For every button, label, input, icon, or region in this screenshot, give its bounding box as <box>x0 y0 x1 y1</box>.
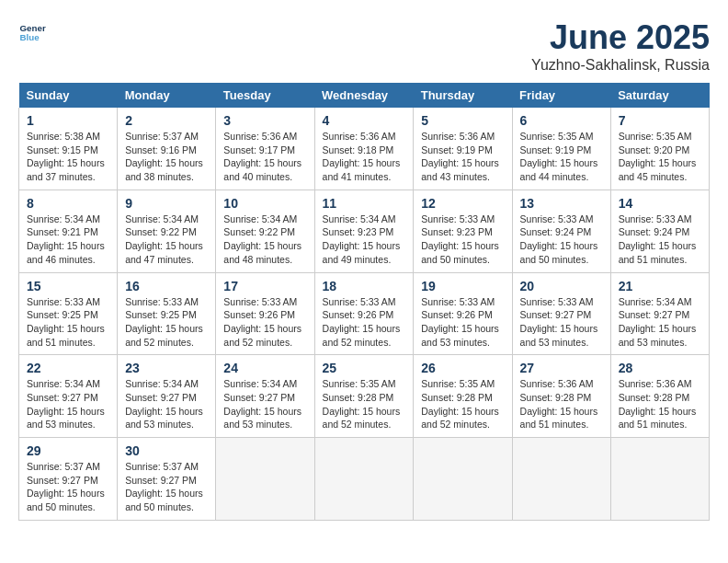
header-sunday: Sunday <box>19 83 118 108</box>
header-monday: Monday <box>118 83 216 108</box>
day-number: 26 <box>421 361 504 375</box>
calendar-table: Sunday Monday Tuesday Wednesday Thursday… <box>18 83 710 521</box>
header-thursday: Thursday <box>414 83 512 108</box>
day-number: 22 <box>27 361 109 375</box>
calendar-cell: 30 Sunrise: 5:37 AMSunset: 9:27 PMDaylig… <box>118 438 216 521</box>
day-number: 17 <box>223 279 306 293</box>
calendar-title: June 2025 <box>531 18 710 57</box>
week-row-2: 8 Sunrise: 5:34 AMSunset: 9:21 PMDayligh… <box>19 190 710 272</box>
day-info: Sunrise: 5:33 AMSunset: 9:24 PMDaylight:… <box>520 213 598 265</box>
calendar-cell: 5 Sunrise: 5:36 AMSunset: 9:19 PMDayligh… <box>414 108 512 190</box>
day-info: Sunrise: 5:37 AMSunset: 9:27 PMDaylight:… <box>27 461 105 512</box>
day-info: Sunrise: 5:34 AMSunset: 9:22 PMDaylight:… <box>223 213 301 265</box>
calendar-cell: 10 Sunrise: 5:34 AMSunset: 9:22 PMDaylig… <box>216 190 314 272</box>
week-row-5: 29 Sunrise: 5:37 AMSunset: 9:27 PMDaylig… <box>19 438 710 521</box>
calendar-cell: 12 Sunrise: 5:33 AMSunset: 9:23 PMDaylig… <box>414 190 512 272</box>
calendar-cell <box>610 438 709 521</box>
title-section: June 2025 Yuzhno-Sakhalinsk, Russia <box>531 18 710 74</box>
day-info: Sunrise: 5:33 AMSunset: 9:23 PMDaylight:… <box>421 213 499 265</box>
day-info: Sunrise: 5:33 AMSunset: 9:25 PMDaylight:… <box>125 296 203 348</box>
day-number: 2 <box>125 113 208 128</box>
week-row-3: 15 Sunrise: 5:33 AMSunset: 9:25 PMDaylig… <box>19 272 710 355</box>
day-info: Sunrise: 5:36 AMSunset: 9:18 PMDaylight:… <box>323 131 401 182</box>
calendar-cell: 19 Sunrise: 5:33 AMSunset: 9:26 PMDaylig… <box>414 272 512 355</box>
day-info: Sunrise: 5:34 AMSunset: 9:22 PMDaylight:… <box>125 213 203 265</box>
day-number: 14 <box>619 196 701 211</box>
calendar-cell <box>216 438 314 521</box>
day-number: 29 <box>27 443 109 458</box>
day-info: Sunrise: 5:33 AMSunset: 9:24 PMDaylight:… <box>619 213 697 265</box>
day-number: 20 <box>520 279 603 293</box>
calendar-cell: 28 Sunrise: 5:36 AMSunset: 9:28 PMDaylig… <box>610 355 709 438</box>
calendar-cell: 8 Sunrise: 5:34 AMSunset: 9:21 PMDayligh… <box>19 190 118 272</box>
calendar-cell: 25 Sunrise: 5:35 AMSunset: 9:28 PMDaylig… <box>314 355 414 438</box>
day-info: Sunrise: 5:33 AMSunset: 9:25 PMDaylight:… <box>27 296 105 348</box>
calendar-cell <box>512 438 610 521</box>
day-info: Sunrise: 5:36 AMSunset: 9:17 PMDaylight:… <box>223 131 301 182</box>
day-number: 11 <box>323 196 406 211</box>
day-info: Sunrise: 5:34 AMSunset: 9:27 PMDaylight:… <box>125 378 203 430</box>
calendar-cell: 14 Sunrise: 5:33 AMSunset: 9:24 PMDaylig… <box>610 190 709 272</box>
calendar-cell <box>414 438 512 521</box>
header-saturday: Saturday <box>610 83 709 108</box>
calendar-cell: 27 Sunrise: 5:36 AMSunset: 9:28 PMDaylig… <box>512 355 610 438</box>
day-number: 23 <box>125 361 208 375</box>
logo: General Blue <box>18 18 46 46</box>
svg-text:General: General <box>20 23 47 33</box>
day-number: 6 <box>520 113 603 128</box>
day-info: Sunrise: 5:34 AMSunset: 9:23 PMDaylight:… <box>323 213 401 265</box>
calendar-subtitle: Yuzhno-Sakhalinsk, Russia <box>531 57 710 74</box>
day-number: 28 <box>619 361 701 375</box>
day-info: Sunrise: 5:33 AMSunset: 9:26 PMDaylight:… <box>223 296 301 348</box>
day-info: Sunrise: 5:34 AMSunset: 9:27 PMDaylight:… <box>223 378 301 430</box>
day-number: 7 <box>619 113 701 128</box>
calendar-cell: 1 Sunrise: 5:38 AMSunset: 9:15 PMDayligh… <box>19 108 118 190</box>
day-number: 21 <box>619 279 701 293</box>
day-number: 3 <box>223 113 306 128</box>
day-info: Sunrise: 5:37 AMSunset: 9:16 PMDaylight:… <box>125 131 203 182</box>
week-row-4: 22 Sunrise: 5:34 AMSunset: 9:27 PMDaylig… <box>19 355 710 438</box>
calendar-cell: 6 Sunrise: 5:35 AMSunset: 9:19 PMDayligh… <box>512 108 610 190</box>
page-header: General Blue June 2025 Yuzhno-Sakhalinsk… <box>18 18 710 74</box>
day-number: 1 <box>27 113 109 128</box>
calendar-cell: 22 Sunrise: 5:34 AMSunset: 9:27 PMDaylig… <box>19 355 118 438</box>
calendar-cell: 11 Sunrise: 5:34 AMSunset: 9:23 PMDaylig… <box>314 190 414 272</box>
header-wednesday: Wednesday <box>314 83 414 108</box>
day-number: 5 <box>421 113 504 128</box>
day-number: 25 <box>323 361 406 375</box>
calendar-cell <box>314 438 414 521</box>
logo-icon: General Blue <box>18 18 46 46</box>
day-number: 19 <box>421 279 504 293</box>
day-number: 15 <box>27 279 109 293</box>
day-info: Sunrise: 5:36 AMSunset: 9:19 PMDaylight:… <box>421 131 499 182</box>
calendar-cell: 18 Sunrise: 5:33 AMSunset: 9:26 PMDaylig… <box>314 272 414 355</box>
calendar-cell: 2 Sunrise: 5:37 AMSunset: 9:16 PMDayligh… <box>118 108 216 190</box>
day-number: 13 <box>520 196 603 211</box>
day-info: Sunrise: 5:36 AMSunset: 9:28 PMDaylight:… <box>520 378 598 430</box>
day-info: Sunrise: 5:37 AMSunset: 9:27 PMDaylight:… <box>125 461 203 512</box>
day-number: 24 <box>223 361 306 375</box>
calendar-cell: 26 Sunrise: 5:35 AMSunset: 9:28 PMDaylig… <box>414 355 512 438</box>
day-info: Sunrise: 5:34 AMSunset: 9:21 PMDaylight:… <box>27 213 105 265</box>
day-info: Sunrise: 5:38 AMSunset: 9:15 PMDaylight:… <box>27 131 105 182</box>
header-row: Sunday Monday Tuesday Wednesday Thursday… <box>19 83 710 108</box>
day-number: 4 <box>323 113 406 128</box>
day-number: 10 <box>223 196 306 211</box>
calendar-cell: 20 Sunrise: 5:33 AMSunset: 9:27 PMDaylig… <box>512 272 610 355</box>
day-info: Sunrise: 5:35 AMSunset: 9:28 PMDaylight:… <box>323 378 401 430</box>
calendar-cell: 21 Sunrise: 5:34 AMSunset: 9:27 PMDaylig… <box>610 272 709 355</box>
calendar-cell: 24 Sunrise: 5:34 AMSunset: 9:27 PMDaylig… <box>216 355 314 438</box>
calendar-cell: 3 Sunrise: 5:36 AMSunset: 9:17 PMDayligh… <box>216 108 314 190</box>
svg-text:Blue: Blue <box>20 32 40 42</box>
day-info: Sunrise: 5:36 AMSunset: 9:28 PMDaylight:… <box>619 378 697 430</box>
header-tuesday: Tuesday <box>216 83 314 108</box>
calendar-cell: 29 Sunrise: 5:37 AMSunset: 9:27 PMDaylig… <box>19 438 118 521</box>
day-info: Sunrise: 5:33 AMSunset: 9:26 PMDaylight:… <box>421 296 499 348</box>
day-info: Sunrise: 5:35 AMSunset: 9:20 PMDaylight:… <box>619 131 697 182</box>
header-friday: Friday <box>512 83 610 108</box>
day-info: Sunrise: 5:34 AMSunset: 9:27 PMDaylight:… <box>27 378 105 430</box>
day-info: Sunrise: 5:34 AMSunset: 9:27 PMDaylight:… <box>619 296 697 348</box>
calendar-cell: 7 Sunrise: 5:35 AMSunset: 9:20 PMDayligh… <box>610 108 709 190</box>
calendar-cell: 13 Sunrise: 5:33 AMSunset: 9:24 PMDaylig… <box>512 190 610 272</box>
calendar-cell: 15 Sunrise: 5:33 AMSunset: 9:25 PMDaylig… <box>19 272 118 355</box>
